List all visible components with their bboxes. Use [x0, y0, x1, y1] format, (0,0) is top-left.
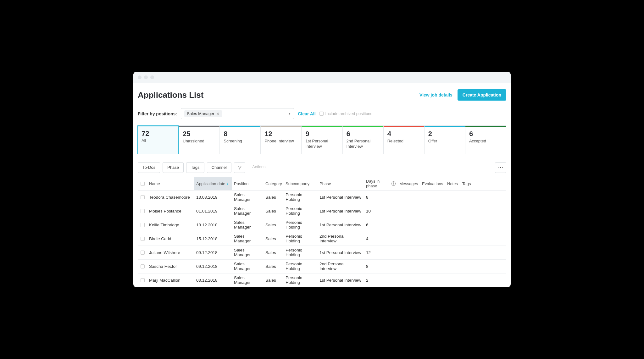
row-checkbox[interactable] [141, 195, 145, 199]
table-row[interactable]: Marji MacCallion03.12.2018Sales ManagerS… [138, 273, 506, 287]
cell-name: Sascha Hector [147, 264, 194, 269]
stage-label: Accepted [469, 139, 502, 144]
table-row[interactable]: Sascha Hector09.12.2018Sales ManagerSale… [138, 260, 506, 273]
row-checkbox-cell [138, 264, 147, 268]
row-checkbox[interactable] [141, 209, 145, 213]
clear-all-link[interactable]: Clear All [298, 111, 315, 116]
col-days-label: Days in phase [366, 179, 390, 188]
col-name[interactable]: Name [147, 181, 194, 186]
stage-label: Screening [224, 139, 257, 144]
table-row[interactable]: Teodora Chasemoore13.08.2019Sales Manage… [138, 191, 506, 204]
table-row[interactable]: Kellie Timbridge18.12.2018Sales ManagerS… [138, 218, 506, 232]
cell-days: 8 [364, 195, 397, 200]
traffic-light-minimize[interactable] [144, 75, 148, 79]
row-checkbox-cell [138, 237, 147, 241]
cell-days: 8 [364, 264, 397, 269]
cell-category: Sales [264, 250, 284, 255]
table-row[interactable]: Birdie Cadd15.12.2018Sales ManagerSalesP… [138, 232, 506, 246]
view-job-details-link[interactable]: View job details [419, 92, 452, 97]
cell-position: Sales Manager [232, 206, 264, 216]
col-subcompany[interactable]: Subcompany [284, 181, 318, 186]
stage-tab[interactable]: 25Unassigned [179, 126, 219, 154]
stage-tab[interactable]: 6Accepted [465, 126, 506, 154]
stage-tab[interactable]: 72All [137, 125, 179, 154]
stage-label: 1st Personal Interview [305, 139, 338, 149]
cell-date: 09.12.2018 [194, 264, 232, 269]
archived-checkbox[interactable] [319, 112, 324, 116]
row-checkbox-cell [138, 278, 147, 282]
stage-label: Phone Interview [264, 139, 297, 144]
col-evaluations[interactable]: Evaluations [420, 181, 445, 186]
cell-subcompany: Personio Holding [284, 262, 318, 271]
cell-date: 09.12.2018 [194, 250, 232, 255]
cell-position: Sales Manager [232, 262, 264, 271]
row-checkbox-cell [138, 223, 147, 227]
traffic-light-zoom[interactable] [150, 75, 154, 79]
tags-filter-button[interactable]: Tags [186, 162, 204, 173]
cell-date: 15.12.2018 [194, 236, 232, 241]
row-checkbox[interactable] [141, 264, 145, 268]
cell-phase: 1st Personal Interview [318, 250, 364, 255]
col-application-date[interactable]: Application date ↓ [194, 177, 232, 190]
cell-date: 03.12.2018 [194, 278, 232, 283]
cell-days: 10 [364, 209, 397, 213]
table-row[interactable]: Moises Postance01.01.2019Sales ManagerSa… [138, 204, 506, 218]
info-icon[interactable]: i [391, 181, 396, 186]
stage-count: 72 [142, 130, 175, 138]
todos-filter-button[interactable]: To-Dos [138, 162, 160, 173]
header-actions: View job details Create Application [419, 89, 506, 101]
stage-count: 2 [428, 130, 461, 138]
stage-label: Offer [428, 139, 461, 144]
stage-tab[interactable]: 4Rejected [383, 126, 424, 154]
cell-phase: 1st Personal Interview [318, 223, 364, 227]
cell-name: Juliane Wilshere [147, 250, 194, 255]
row-checkbox-cell [138, 195, 147, 199]
cell-subcompany: Personio Holding [284, 234, 318, 243]
include-archived-toggle[interactable]: Include archived positions [319, 111, 373, 116]
col-phase[interactable]: Phase [318, 181, 364, 186]
row-checkbox[interactable] [141, 278, 145, 282]
cell-category: Sales [264, 264, 284, 269]
remove-chip-icon[interactable]: ✕ [216, 112, 219, 116]
phase-filter-button[interactable]: Phase [163, 162, 184, 173]
stage-tab[interactable]: 62nd Personal Interview [342, 126, 383, 154]
content-area: Applications List View job details Creat… [133, 83, 511, 287]
sort-descending-icon: ↓ [227, 181, 229, 186]
window-titlebar [133, 72, 511, 83]
traffic-light-close[interactable] [138, 75, 142, 79]
col-position[interactable]: Position [232, 181, 264, 186]
row-checkbox[interactable] [141, 251, 145, 255]
cell-phase: 1st Personal Interview [318, 278, 364, 283]
position-filter-select[interactable]: Sales Manager ✕ ▾ [181, 108, 294, 119]
col-tags[interactable]: Tags [460, 181, 474, 186]
stage-label: 2nd Personal Interview [347, 139, 380, 149]
cell-subcompany: Personio Holding [284, 248, 318, 257]
create-application-button[interactable]: Create Application [458, 89, 506, 101]
stage-tab[interactable]: 2Offer [424, 126, 465, 154]
select-all-checkbox[interactable] [141, 182, 145, 186]
stage-count: 9 [305, 130, 338, 138]
channel-filter-button[interactable]: Channel [207, 162, 231, 173]
row-checkbox[interactable] [141, 223, 145, 227]
table-row[interactable]: Juliane Wilshere09.12.2018Sales ManagerS… [138, 246, 506, 260]
col-date-label: Application date [196, 181, 225, 186]
cell-phase: 2nd Personal Interview [318, 234, 364, 243]
cell-phase: 2nd Personal Interview [318, 262, 364, 271]
col-messages[interactable]: Messages [397, 181, 420, 186]
col-category[interactable]: Category [264, 181, 284, 186]
table-toolbar: To-Dos Phase Tags Channel Actions ⋯ [138, 162, 506, 173]
actions-button-disabled: Actions [248, 162, 270, 173]
filter-icon-button[interactable] [234, 162, 245, 173]
col-notes[interactable]: Notes [445, 181, 460, 186]
stage-tab[interactable]: 8Screening [219, 126, 260, 154]
cell-subcompany: Personio Holding [284, 275, 318, 285]
cell-subcompany: Personio Holding [284, 220, 318, 229]
stage-count: 4 [387, 130, 420, 138]
col-days-in-phase[interactable]: Days in phase i [364, 179, 397, 188]
stage-tab[interactable]: 12Phone Interview [260, 126, 301, 154]
cell-position: Sales Manager [232, 275, 264, 285]
stage-tab[interactable]: 91st Personal Interview [301, 126, 342, 154]
row-checkbox[interactable] [141, 237, 145, 241]
archived-label: Include archived positions [325, 111, 373, 116]
more-options-button[interactable]: ⋯ [495, 162, 506, 173]
